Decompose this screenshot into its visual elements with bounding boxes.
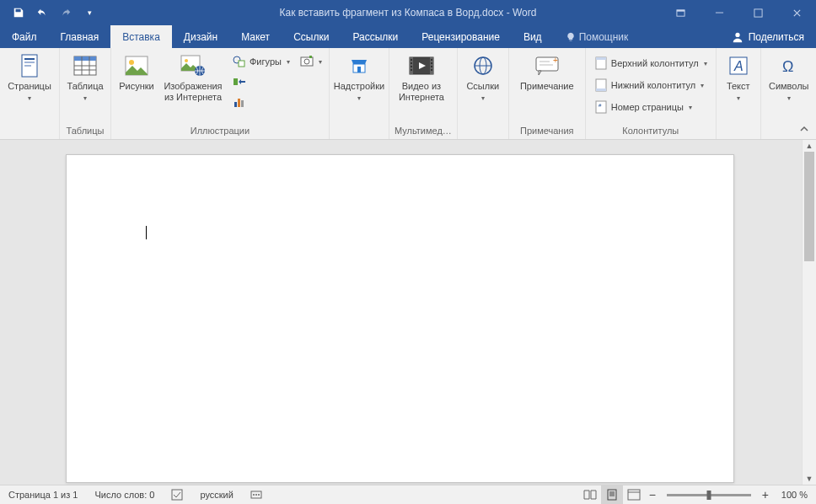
zoom-slider[interactable] — [667, 494, 751, 496]
svg-rect-1 — [676, 9, 684, 11]
table-button[interactable]: Таблица▾ — [65, 51, 105, 105]
online-pictures-button[interactable]: Изображения из Интернета — [160, 51, 226, 105]
links-button[interactable]: Ссылки▾ — [463, 51, 503, 105]
word-count-status[interactable]: Число слов: 0 — [86, 485, 163, 504]
save-button[interactable] — [8, 3, 29, 23]
shapes-button[interactable]: Фигуры▾ — [229, 52, 293, 71]
print-layout-button[interactable] — [601, 485, 623, 504]
link-icon — [470, 52, 497, 79]
tab-insert[interactable]: Вставка — [110, 25, 172, 48]
zoom-handle[interactable] — [706, 491, 711, 500]
online-pictures-label: Изображения из Интернета — [162, 81, 224, 103]
tab-file[interactable]: Файл — [0, 25, 49, 48]
smartart-icon — [233, 75, 246, 88]
chart-button[interactable] — [229, 93, 293, 111]
header-icon — [594, 56, 608, 70]
smartart-button[interactable] — [229, 72, 293, 91]
tell-me-button[interactable]: Помощник — [554, 25, 641, 48]
share-label: Поделиться — [749, 31, 804, 43]
group-pages-label — [5, 124, 54, 137]
tab-references[interactable]: Ссылки — [282, 25, 341, 48]
redo-button[interactable] — [56, 3, 76, 23]
svg-rect-34 — [411, 59, 412, 61]
online-video-button[interactable]: Видео из Интернета — [395, 51, 448, 105]
undo-button[interactable] — [32, 3, 52, 23]
svg-rect-37 — [411, 69, 412, 71]
vertical-scrollbar[interactable]: ▲ ▼ — [802, 140, 816, 485]
tab-home[interactable]: Главная — [49, 25, 111, 48]
window-controls — [661, 0, 816, 25]
svg-rect-67 — [628, 490, 640, 500]
svg-rect-30 — [357, 67, 361, 72]
tab-layout[interactable]: Макет — [229, 25, 282, 48]
title-bar: ▾ Как вставить фрагмент из Компаса в Вор… — [0, 0, 816, 25]
tab-design[interactable]: Дизайн — [172, 25, 229, 48]
ribbon-display-options-button[interactable] — [661, 0, 700, 25]
person-icon — [732, 31, 744, 43]
comment-button[interactable]: + Примечание — [514, 51, 580, 94]
footer-button[interactable]: Нижний колонтитул▾ — [591, 76, 711, 94]
group-pages: Страницы▾ — [0, 48, 60, 139]
video-icon — [408, 52, 435, 79]
document-page[interactable] — [66, 154, 734, 483]
svg-point-62 — [258, 494, 260, 496]
group-text: A Текст▾ — [717, 48, 761, 139]
tab-mailings[interactable]: Рассылки — [341, 25, 410, 48]
status-right: − + 100 % — [579, 485, 816, 504]
screenshot-button[interactable]: ▾ — [297, 52, 324, 71]
group-addins: Надстройки▾ — [330, 48, 389, 139]
ribbon-tabs: Файл Главная Вставка Дизайн Макет Ссылки… — [0, 25, 816, 48]
web-layout-button[interactable] — [623, 485, 645, 504]
scroll-thumb[interactable] — [804, 152, 814, 261]
picture-icon — [123, 52, 150, 79]
text-label: Текст — [727, 81, 750, 92]
footer-label: Нижний колонтитул — [611, 80, 695, 90]
document-area: ▲ ▼ — [0, 140, 816, 485]
group-tables: Таблица▾ Таблицы — [60, 48, 111, 139]
svg-rect-38 — [431, 59, 432, 61]
scroll-up-button[interactable]: ▲ — [803, 140, 816, 152]
zoom-in-button[interactable]: + — [758, 485, 773, 504]
comment-icon: + — [534, 52, 561, 79]
page-number-label: Номер страницы — [611, 102, 684, 112]
qat-customize-button[interactable]: ▾ — [79, 3, 99, 23]
collapse-ribbon-button[interactable] — [797, 122, 811, 136]
pages-button[interactable]: Страницы▾ — [5, 51, 54, 105]
zoom-out-button[interactable]: − — [645, 485, 660, 504]
read-mode-button[interactable] — [579, 485, 601, 504]
svg-rect-3 — [754, 8, 761, 16]
addins-button[interactable]: Надстройки▾ — [335, 51, 384, 105]
page-number-button[interactable]: # Номер страницы▾ — [591, 98, 711, 116]
svg-rect-41 — [431, 69, 432, 71]
close-button[interactable] — [777, 0, 816, 25]
svg-rect-24 — [238, 99, 240, 107]
macro-status[interactable] — [242, 485, 271, 504]
pictures-button[interactable]: Рисунки — [116, 51, 157, 94]
page-count-status[interactable]: Страница 1 из 1 — [0, 485, 86, 504]
group-headerfooter-label: Колонтитулы — [591, 124, 711, 137]
symbols-button[interactable]: Ω Символы▾ — [766, 51, 812, 105]
tell-me-label: Помощник — [579, 31, 629, 43]
page-viewport[interactable] — [0, 140, 802, 485]
store-icon — [346, 52, 373, 79]
svg-rect-8 — [24, 65, 31, 67]
scroll-down-button[interactable]: ▼ — [803, 473, 816, 485]
tab-review[interactable]: Рецензирование — [410, 25, 512, 48]
svg-rect-63 — [608, 490, 616, 500]
zoom-value[interactable]: 100 % — [773, 490, 816, 500]
group-text-label — [722, 124, 755, 137]
table-icon — [72, 52, 99, 79]
svg-rect-22 — [234, 78, 238, 85]
omega-icon: Ω — [776, 52, 803, 79]
language-status[interactable]: русский — [191, 485, 241, 504]
svg-rect-58 — [172, 490, 182, 500]
maximize-button[interactable] — [738, 0, 777, 25]
group-addins-label — [335, 124, 384, 137]
minimize-button[interactable] — [700, 0, 738, 25]
symbols-label: Символы — [769, 81, 809, 92]
spellcheck-status[interactable] — [163, 485, 191, 504]
text-button[interactable]: A Текст▾ — [722, 51, 755, 105]
share-button[interactable]: Поделиться — [720, 25, 816, 48]
tab-view[interactable]: Вид — [512, 25, 554, 48]
header-button[interactable]: Верхний колонтитул▾ — [591, 54, 711, 72]
